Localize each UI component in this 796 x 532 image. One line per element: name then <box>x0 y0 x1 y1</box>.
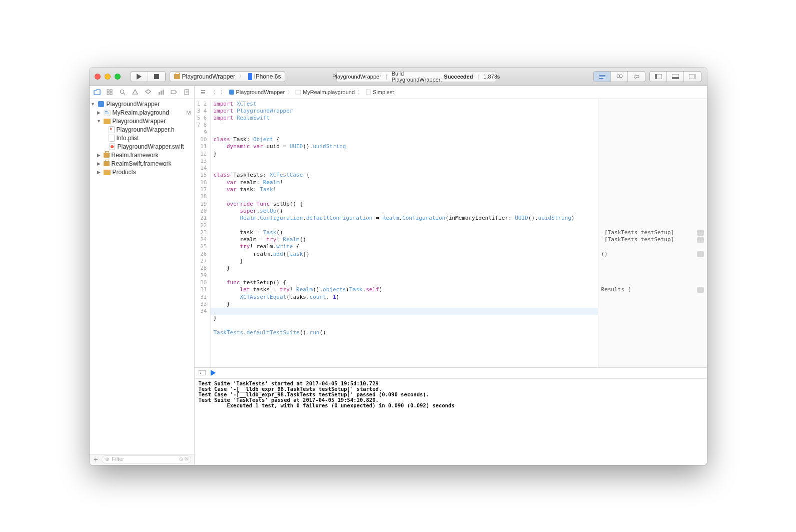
version-editor-button[interactable] <box>628 72 645 82</box>
editor-mode-segment <box>593 71 645 82</box>
disclosure-triangle-icon[interactable]: ▶ <box>97 110 102 115</box>
breadcrumb-page[interactable]: Simplest <box>365 89 394 95</box>
disclosure-triangle-icon[interactable]: ▼ <box>91 102 96 107</box>
tree-item-header[interactable]: PlaygroundWrapper.h <box>90 126 194 134</box>
playground-icon <box>104 109 111 116</box>
disclosure-triangle-icon[interactable]: ▶ <box>97 153 102 158</box>
result-row[interactable]: -[TaskTests testSetup] <box>598 236 707 243</box>
activity-status[interactable]: PlaygroundWrapper | Build PlaygroundWrap… <box>336 71 496 82</box>
breadcrumb-label: MyRealm.playground <box>303 89 355 95</box>
svg-rect-37 <box>199 370 206 375</box>
filter-placeholder: Filter <box>112 456 124 462</box>
jump-bar: ☰ 〈 〉 PlaygroundWrapper 〉 MyRealm.playgr… <box>195 86 707 99</box>
run-button[interactable] <box>131 72 148 82</box>
plist-file-icon <box>109 135 115 142</box>
code-editor[interactable]: import XCTest import PlaygroundWrapper i… <box>211 99 598 367</box>
issue-navigator-tab[interactable] <box>132 89 139 96</box>
chevron-right-icon: 〉 <box>239 72 245 81</box>
result-text: () <box>601 251 608 258</box>
svg-rect-8 <box>655 74 657 79</box>
scheme-selector[interactable]: PlaygroundWrapper 〉 iPhone 6s <box>170 71 286 82</box>
line-gutter[interactable]: 1 2 3 4 5 6 7 8 9 10 11 12 13 14 15 16 1… <box>195 99 211 367</box>
svg-rect-15 <box>107 93 109 95</box>
svg-rect-1 <box>154 74 159 79</box>
svg-rect-14 <box>110 90 112 92</box>
tree-label: Info.plist <box>117 135 191 142</box>
quicklook-button[interactable] <box>697 251 704 257</box>
scm-badge: M <box>186 110 191 116</box>
breadcrumb-file[interactable]: MyRealm.playground <box>295 89 355 95</box>
svg-rect-4 <box>599 78 603 79</box>
stop-button[interactable] <box>148 72 165 82</box>
disclosure-triangle-icon[interactable]: ▶ <box>97 170 102 175</box>
toolbox-icon <box>104 153 110 158</box>
chevron-right-icon: 〉 <box>287 89 293 96</box>
svg-rect-34 <box>229 90 234 95</box>
svg-rect-2 <box>599 75 605 76</box>
toggle-inspector-button[interactable] <box>684 72 701 82</box>
quicklook-button[interactable] <box>697 230 704 236</box>
editor-split: 1 2 3 4 5 6 7 8 9 10 11 12 13 14 15 16 1… <box>195 99 707 367</box>
device-icon <box>248 73 252 80</box>
clock-icon[interactable]: ◷ <box>179 456 183 461</box>
console-area: Test Suite 'TaskTests' started at 2017-0… <box>195 367 707 465</box>
scm-filter-icon[interactable]: ☒ <box>185 456 189 461</box>
related-items-button[interactable]: ☰ <box>199 89 208 96</box>
find-navigator-tab[interactable] <box>119 89 126 96</box>
close-window-button[interactable] <box>95 74 101 80</box>
report-navigator-tab[interactable] <box>183 89 190 96</box>
tree-item-group[interactable]: ▼ PlaygroundWrapper <box>90 117 194 126</box>
tree-item-swift[interactable]: PlaygroundWrapper.swift <box>90 143 194 151</box>
assistant-editor-button[interactable] <box>611 72 628 82</box>
filter-field[interactable]: ⊕ Filter ◷☒ <box>102 455 191 463</box>
execute-playground-button[interactable] <box>211 370 216 376</box>
folder-icon <box>104 170 111 175</box>
project-tree[interactable]: ▼ PlaygroundWrapper ▶ MyRealm.playground… <box>90 99 194 454</box>
debug-navigator-tab[interactable] <box>158 89 165 96</box>
project-navigator-tab[interactable] <box>94 89 101 96</box>
console-output[interactable]: Test Suite 'TaskTests' started at 2017-0… <box>195 379 707 465</box>
standard-editor-button[interactable] <box>594 72 611 82</box>
chevron-right-icon: 〉 <box>357 89 363 96</box>
folder-icon <box>104 119 111 124</box>
svg-rect-13 <box>107 90 109 92</box>
symbol-navigator-tab[interactable] <box>107 89 114 96</box>
test-navigator-tab[interactable] <box>145 89 152 96</box>
tree-label: PlaygroundWrapper <box>107 101 191 108</box>
tree-label: MyRealm.playground <box>113 109 185 116</box>
breadcrumb-project[interactable]: PlaygroundWrapper <box>229 89 285 95</box>
back-button[interactable]: 〈 <box>209 89 218 96</box>
tree-root[interactable]: ▼ PlaygroundWrapper <box>90 100 194 109</box>
tree-item-framework[interactable]: ▶ Realm.framework <box>90 151 194 160</box>
svg-rect-21 <box>159 92 160 95</box>
console-scope-button[interactable] <box>199 370 206 375</box>
navigator-tabs <box>90 86 194 99</box>
result-row[interactable]: Results ( <box>598 286 707 293</box>
header-file-icon <box>109 126 115 133</box>
svg-rect-10 <box>672 77 679 79</box>
status-project: PlaygroundWrapper <box>332 74 381 80</box>
tree-item-plist[interactable]: Info.plist <box>90 134 194 143</box>
quicklook-button[interactable] <box>697 237 704 243</box>
traffic-lights <box>95 74 121 80</box>
breakpoint-navigator-tab[interactable] <box>170 89 177 96</box>
forward-button[interactable]: 〉 <box>219 89 228 96</box>
result-row[interactable]: () <box>598 251 707 258</box>
zoom-window-button[interactable] <box>115 74 121 80</box>
code-pane: 1 2 3 4 5 6 7 8 9 10 11 12 13 14 15 16 1… <box>195 99 598 367</box>
svg-rect-23 <box>163 90 164 95</box>
tree-label: Realm.framework <box>112 152 191 159</box>
quicklook-button[interactable] <box>697 287 704 293</box>
panel-toggles <box>649 71 701 82</box>
tree-item-products[interactable]: ▶ Products <box>90 168 194 177</box>
tree-item-framework[interactable]: ▶ RealmSwift.framework <box>90 160 194 168</box>
status-action: Build PlaygroundWrapper: <box>392 71 442 83</box>
disclosure-triangle-icon[interactable]: ▼ <box>97 119 102 124</box>
add-button[interactable]: + <box>93 455 100 463</box>
tree-item-playground[interactable]: ▶ MyRealm.playground M <box>90 109 194 117</box>
toggle-debug-button[interactable] <box>667 72 684 82</box>
minimize-window-button[interactable] <box>105 74 111 80</box>
toggle-navigator-button[interactable] <box>650 72 667 82</box>
result-row[interactable]: -[TaskTests testSetup] <box>598 229 707 236</box>
disclosure-triangle-icon[interactable]: ▶ <box>97 161 102 166</box>
